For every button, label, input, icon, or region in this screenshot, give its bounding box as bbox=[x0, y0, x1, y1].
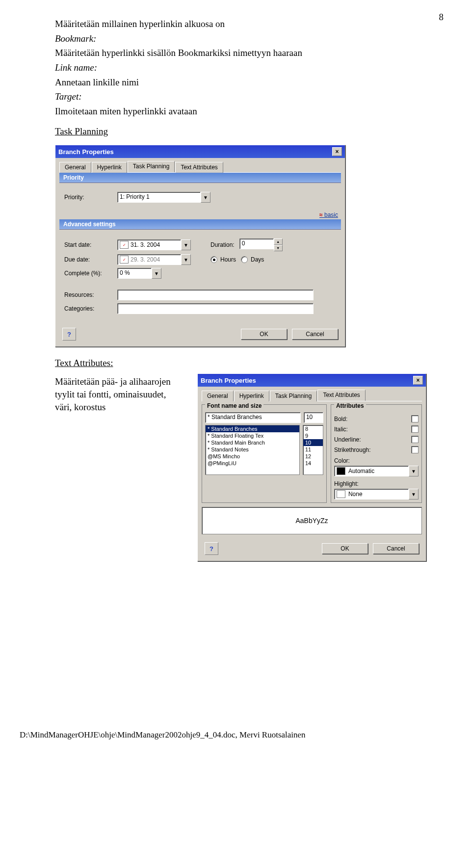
color-swatch-icon bbox=[337, 467, 345, 475]
start-date-label: Start date: bbox=[64, 241, 112, 248]
color-label: Color: bbox=[334, 457, 419, 464]
list-item[interactable]: * Standard Branches bbox=[206, 425, 299, 432]
font-name-input[interactable]: * Standard Branches bbox=[205, 412, 301, 423]
list-item[interactable]: 12 bbox=[303, 453, 323, 460]
help-icon[interactable]: ? bbox=[205, 542, 218, 555]
due-date-label: Due date: bbox=[64, 256, 112, 263]
help-icon[interactable]: ? bbox=[62, 328, 76, 341]
radio-days-wrap[interactable]: Days bbox=[241, 256, 264, 263]
due-date-field[interactable]: 29. 3. 2004 ▼ bbox=[117, 254, 191, 265]
highlight-label: Highlight: bbox=[334, 480, 419, 487]
radio-hours-wrap[interactable]: Hours bbox=[210, 256, 236, 263]
strike-checkbox[interactable] bbox=[411, 446, 419, 453]
font-preview-text: AaBbYyZz bbox=[295, 517, 328, 525]
radio-hours-label: Hours bbox=[220, 256, 236, 263]
cancel-button[interactable]: Cancel bbox=[292, 329, 338, 340]
tab-hyperlink[interactable]: Hyperlink bbox=[234, 391, 269, 401]
chevron-down-icon[interactable]: ▼ bbox=[409, 489, 419, 500]
dialog1-titlebar: Branch Properties × bbox=[55, 145, 345, 158]
tab-general[interactable]: General bbox=[202, 391, 234, 401]
chevron-down-icon[interactable]: ▼ bbox=[409, 466, 419, 476]
color-combo[interactable]: Automatic ▼ bbox=[334, 466, 419, 476]
complete-label: Complete (%): bbox=[64, 270, 112, 277]
chevron-down-icon[interactable]: ▼ bbox=[181, 254, 191, 265]
resources-input[interactable] bbox=[117, 289, 314, 300]
dialog2-tabstrip: General Hyperlink Task Planning Text Att… bbox=[198, 387, 426, 401]
duration-value[interactable]: 0 bbox=[239, 238, 274, 249]
categories-input[interactable] bbox=[117, 303, 314, 314]
font-panel-title: Font name and size bbox=[205, 402, 263, 409]
footer-path: D:\MindManagerOHJE\ohje\MindManager2002o… bbox=[20, 730, 306, 740]
body-p4-linkname: Link name: bbox=[55, 61, 451, 74]
list-item[interactable]: @MS Mincho bbox=[206, 453, 299, 460]
due-date-value: 29. 3. 2004 bbox=[131, 256, 160, 263]
list-item[interactable]: 8 bbox=[303, 425, 323, 432]
radio-days[interactable] bbox=[241, 256, 248, 263]
tab-text-attributes[interactable]: Text Attributes bbox=[317, 390, 365, 401]
tab-general[interactable]: General bbox=[59, 162, 91, 173]
highlight-value: None bbox=[348, 491, 363, 498]
italic-checkbox[interactable] bbox=[411, 425, 419, 433]
attributes-panel: Attributes Bold: Italic: Underline: bbox=[331, 404, 422, 503]
ok-button[interactable]: OK bbox=[241, 329, 287, 340]
basic-toggle-link[interactable]: basic bbox=[55, 211, 345, 219]
body-p7: Ilmoitetaan miten hyperlinkki avataan bbox=[55, 105, 451, 118]
duration-stepper[interactable]: 0 ▲ ▼ bbox=[239, 238, 283, 251]
close-icon[interactable]: × bbox=[413, 376, 423, 385]
ok-button[interactable]: OK bbox=[322, 543, 368, 554]
chevron-down-icon[interactable]: ▼ bbox=[152, 268, 161, 279]
complete-value[interactable]: 0 % bbox=[117, 268, 152, 279]
list-item[interactable]: 14 bbox=[303, 460, 323, 467]
cancel-button[interactable]: Cancel bbox=[373, 543, 419, 554]
bold-checkbox[interactable] bbox=[411, 415, 419, 422]
italic-label: Italic: bbox=[334, 426, 348, 433]
font-size-input[interactable]: 10 bbox=[304, 412, 323, 423]
list-item[interactable]: * Standard Floating Tex bbox=[206, 432, 299, 439]
tab-hyperlink[interactable]: Hyperlink bbox=[92, 162, 127, 173]
heading-text-attributes: Text Attributes: bbox=[55, 358, 451, 368]
list-item[interactable]: 10 bbox=[303, 439, 323, 446]
list-item[interactable]: 11 bbox=[303, 446, 323, 453]
font-name-listbox[interactable]: * Standard Branches * Standard Floating … bbox=[205, 425, 300, 475]
close-icon[interactable]: × bbox=[332, 147, 342, 156]
underline-label: Underline: bbox=[334, 436, 361, 443]
advanced-group: Start date: 31. 3. 2004 ▼ Duration: 0 ▲ … bbox=[59, 233, 341, 320]
font-size-listbox[interactable]: 8 9 10 11 12 14 bbox=[303, 425, 323, 475]
body-p2-bookmark: Bookmark: bbox=[55, 32, 451, 45]
categories-label: Categories: bbox=[64, 305, 112, 312]
priority-label: Priority: bbox=[64, 194, 112, 201]
list-item[interactable]: 9 bbox=[303, 432, 323, 439]
body-p6-target: Target: bbox=[55, 90, 451, 103]
radio-hours[interactable] bbox=[210, 256, 217, 263]
list-item[interactable]: * Standard Main Branch bbox=[206, 439, 299, 446]
chevron-down-icon[interactable]: ▼ bbox=[201, 192, 210, 203]
priority-combo[interactable]: 1: Priority 1 ▼ bbox=[117, 192, 210, 203]
list-item[interactable]: @PMingLiU bbox=[206, 460, 299, 467]
radio-days-label: Days bbox=[251, 256, 264, 263]
underline-checkbox[interactable] bbox=[411, 436, 419, 443]
font-panel: Font name and size * Standard Branches 1… bbox=[202, 404, 327, 503]
complete-combo[interactable]: 0 % ▼ bbox=[117, 268, 161, 279]
advanced-group-title: Advanced settings bbox=[59, 219, 341, 230]
calendar-icon bbox=[120, 241, 129, 249]
page-number: 8 bbox=[439, 12, 444, 23]
strike-label: Strikethrough: bbox=[334, 447, 371, 453]
start-date-value: 31. 3. 2004 bbox=[131, 241, 160, 248]
list-item[interactable]: * Standard Notes bbox=[206, 446, 299, 453]
dialog2-title: Branch Properties bbox=[201, 377, 256, 384]
highlight-combo[interactable]: None ▼ bbox=[334, 489, 419, 500]
text-attr-description: Määritetään pää- ja alihaarojen tyylit t… bbox=[55, 375, 183, 413]
color-value: Automatic bbox=[348, 468, 374, 474]
tab-text-attributes[interactable]: Text Attributes bbox=[175, 162, 223, 173]
spin-down-icon[interactable]: ▼ bbox=[274, 245, 283, 251]
calendar-icon bbox=[120, 256, 129, 263]
tab-task-planning[interactable]: Task Planning bbox=[128, 161, 175, 172]
dialog2-titlebar: Branch Properties × bbox=[198, 374, 426, 387]
spin-up-icon[interactable]: ▲ bbox=[274, 238, 283, 245]
tab-task-planning[interactable]: Task Planning bbox=[270, 391, 317, 401]
chevron-down-icon[interactable]: ▼ bbox=[181, 239, 191, 250]
priority-value[interactable]: 1: Priority 1 bbox=[117, 192, 201, 203]
color-swatch-icon bbox=[337, 490, 345, 498]
start-date-field[interactable]: 31. 3. 2004 ▼ bbox=[117, 239, 191, 250]
body-p3: Määritetään hyperlinkki sisällön Bookmar… bbox=[55, 47, 451, 59]
